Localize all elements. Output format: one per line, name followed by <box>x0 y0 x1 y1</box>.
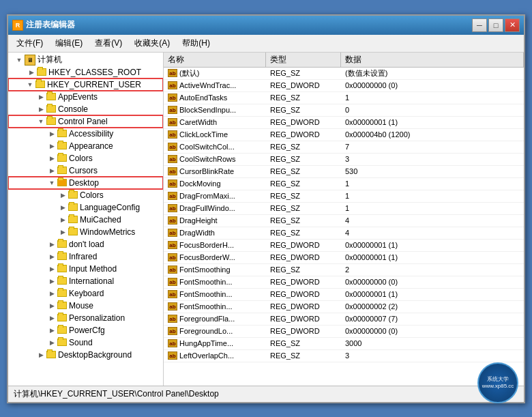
list-row[interactable]: ab FontSmoothin... REG_DWORD 0x00000001 … <box>164 289 524 301</box>
list-row[interactable]: ab CursorBlinkRate REG_SZ 530 <box>164 166 524 178</box>
expander-hkcr[interactable]: ▶ <box>26 67 37 78</box>
list-row[interactable]: ab FontSmoothing REG_SZ 2 <box>164 264 524 276</box>
list-row[interactable]: ab ClickLockTime REG_DWORD 0x000004b0 (1… <box>164 129 524 141</box>
tree-item-hkcr[interactable]: ▶ HKEY_CLASSES_ROOT <box>8 66 163 78</box>
expander-keyboard[interactable]: ▶ <box>46 288 57 299</box>
list-row[interactable]: ab (默认) REG_SZ (数值未设置) <box>164 68 524 80</box>
expander-hkcu[interactable]: ▼ <box>25 79 35 90</box>
expander-mouse[interactable]: ▶ <box>46 300 57 311</box>
list-row[interactable]: ab DockMoving REG_SZ 1 <box>164 178 524 190</box>
list-row[interactable]: ab DragHeight REG_SZ 4 <box>164 215 524 227</box>
expander-desktopbg[interactable]: ▶ <box>35 349 46 360</box>
list-row[interactable]: ab CaretWidth REG_DWORD 0x00000001 (1) <box>164 117 524 129</box>
expander-cursors[interactable]: ▶ <box>46 165 57 176</box>
tree-item-console[interactable]: ▶ Console <box>8 103 163 115</box>
expander-console[interactable]: ▶ <box>35 104 46 115</box>
expander-appevents[interactable]: ▶ <box>35 91 46 102</box>
tree-item-colors[interactable]: ▶ Colors <box>8 152 163 164</box>
tree-label-appearance: Appearance <box>69 141 113 151</box>
expander-computer[interactable]: ▼ <box>14 55 25 66</box>
list-row[interactable]: ab DragFromMaxi... REG_SZ 1 <box>164 190 524 203</box>
menu-favorites[interactable]: 收藏夹(A) <box>129 36 175 51</box>
tree-item-powercfg[interactable]: ▶ PowerCfg <box>8 324 163 336</box>
tree-item-mouse[interactable]: ▶ Mouse <box>8 300 163 312</box>
list-row[interactable]: ab LeftOverlapCh... REG_SZ 3 <box>164 350 524 362</box>
tree-label-muicached: MuiCached <box>80 215 121 225</box>
tree-item-languageconfig[interactable]: ▶ LanguageConfig <box>8 201 163 214</box>
tree-label-colors: Colors <box>69 154 93 163</box>
expander-powercfg[interactable]: ▶ <box>46 325 57 336</box>
reg-icon: ab <box>168 241 177 249</box>
tree-pane[interactable]: ▼ 🖥 计算机 ▶ HKEY_CLASSES_ROOT ▼ HKEY_CURRE… <box>8 53 164 386</box>
expander-personalization[interactable]: ▶ <box>46 313 57 323</box>
expander-dontload[interactable]: ▶ <box>46 239 57 250</box>
tree-item-desktopbg[interactable]: ▶ DesktopBackground <box>8 349 163 361</box>
tree-item-muicached[interactable]: ▶ MuiCached <box>8 214 163 226</box>
status-bar: 计算机\HKEY_CURRENT_USER\Control Panel\Desk… <box>8 386 524 402</box>
col-header-type[interactable]: 类型 <box>266 53 341 67</box>
tree-item-computer[interactable]: ▼ 🖥 计算机 <box>8 54 163 66</box>
expander-desktop[interactable]: ▼ <box>46 177 57 188</box>
window-title: 注册表编辑器 <box>26 19 75 31</box>
tree-item-keyboard[interactable]: ▶ Keyboard <box>8 287 163 300</box>
expander-infrared[interactable]: ▶ <box>46 251 57 262</box>
reg-icon: ab <box>168 179 177 188</box>
list-row[interactable]: ab BlockSendInpu... REG_SZ 0 <box>164 104 524 117</box>
list-row[interactable]: ab DragFullWindo... REG_SZ 1 <box>164 203 524 215</box>
list-row[interactable]: ab FocusBorderW... REG_DWORD 0x00000001 … <box>164 252 524 264</box>
list-row[interactable]: ab AutoEndTasks REG_SZ 1 <box>164 92 524 104</box>
list-row[interactable]: ab HungAppTime... REG_SZ 3000 <box>164 338 524 350</box>
expander-windowmetrics[interactable]: ▶ <box>57 227 68 238</box>
expander-colors[interactable]: ▶ <box>46 153 57 164</box>
expander-inputmethod[interactable]: ▶ <box>46 263 57 274</box>
list-row[interactable]: ab FontSmoothin... REG_DWORD 0x00000000 … <box>164 276 524 289</box>
restore-button[interactable]: □ <box>488 18 503 32</box>
list-row[interactable]: ab DragWidth REG_SZ 4 <box>164 227 524 240</box>
tree-item-windowmetrics[interactable]: ▶ WindowMetrics <box>8 226 163 238</box>
list-row[interactable]: ab CoolSwitchCol... REG_SZ 7 <box>164 141 524 154</box>
menu-help[interactable]: 帮助(H) <box>177 36 216 51</box>
menu-file[interactable]: 文件(F) <box>11 36 48 51</box>
expander-colors2[interactable]: ▶ <box>57 190 68 201</box>
expander-accessibility[interactable]: ▶ <box>46 128 57 139</box>
reg-icon: ab <box>168 192 177 200</box>
expander-appearance[interactable]: ▶ <box>46 141 57 152</box>
menu-edit[interactable]: 编辑(E) <box>50 36 88 51</box>
expander-languageconfig[interactable]: ▶ <box>57 202 68 213</box>
list-row[interactable]: ab ActiveWndTrac... REG_DWORD 0x00000000… <box>164 80 524 92</box>
tree-label-appevents: AppEvents <box>58 92 98 102</box>
close-button[interactable]: ✕ <box>505 18 520 32</box>
col-header-name[interactable]: 名称 <box>164 53 266 67</box>
title-controls: ─ □ ✕ <box>472 18 520 32</box>
expander-sound[interactable]: ▶ <box>46 337 57 348</box>
list-body[interactable]: ab (默认) REG_SZ (数值未设置) ab ActiveWndTrac.… <box>164 68 524 386</box>
tree-item-desktop[interactable]: ▼ Desktop <box>8 177 163 189</box>
expander-muicached[interactable]: ▶ <box>57 214 68 225</box>
col-header-data[interactable]: 数据 <box>341 53 524 67</box>
tree-item-international[interactable]: ▶ International <box>8 275 163 287</box>
tree-item-cursors[interactable]: ▶ Cursors <box>8 164 163 177</box>
expander-international[interactable]: ▶ <box>46 276 57 287</box>
tree-label-desktop: Desktop <box>69 178 99 188</box>
tree-item-appevents[interactable]: ▶ AppEvents <box>8 91 163 103</box>
list-row[interactable]: ab FocusBorderH... REG_DWORD 0x00000001 … <box>164 240 524 252</box>
tree-item-controlpanel[interactable]: ▼ Control Panel <box>8 115 163 128</box>
list-row[interactable]: ab ForegroundFla... REG_DWORD 0x00000007… <box>164 313 524 326</box>
tree-item-colors2[interactable]: ▶ Colors <box>8 189 163 201</box>
list-row[interactable]: ab FontSmoothin... REG_DWORD 0x00000002 … <box>164 301 524 313</box>
menu-bar: 文件(F) 编辑(E) 查看(V) 收藏夹(A) 帮助(H) <box>8 35 524 53</box>
tree-item-personalization[interactable]: ▶ Personalization <box>8 312 163 324</box>
tree-item-appearance[interactable]: ▶ Appearance <box>8 140 163 152</box>
tree-item-dontload[interactable]: ▶ don't load <box>8 238 163 250</box>
tree-item-hkcu[interactable]: ▼ HKEY_CURRENT_USER <box>8 78 163 91</box>
tree-label-hkcu: HKEY_CURRENT_USER <box>47 80 141 89</box>
menu-view[interactable]: 查看(V) <box>89 36 128 51</box>
list-row[interactable]: ab CoolSwitchRows REG_SZ 3 <box>164 154 524 166</box>
tree-item-sound[interactable]: ▶ Sound <box>8 336 163 349</box>
tree-item-inputmethod[interactable]: ▶ Input Method <box>8 263 163 275</box>
expander-controlpanel[interactable]: ▼ <box>35 116 46 127</box>
tree-item-infrared[interactable]: ▶ Infrared <box>8 250 163 263</box>
minimize-button[interactable]: ─ <box>472 18 487 32</box>
list-row[interactable]: ab ForegroundLo... REG_DWORD 0x00000000 … <box>164 326 524 338</box>
tree-item-accessibility[interactable]: ▶ Accessibility <box>8 128 163 140</box>
